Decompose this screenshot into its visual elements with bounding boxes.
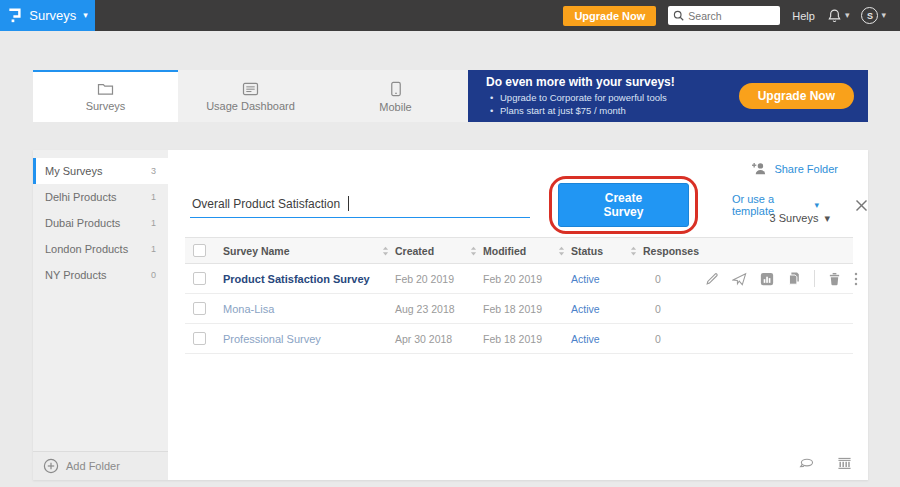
plus-circle-icon — [43, 458, 59, 474]
folder-count: 3 — [151, 166, 156, 176]
modified-cell: Feb 18 2019 — [483, 303, 571, 315]
responses-cell: 0 — [643, 333, 673, 345]
share-folder-icon — [751, 161, 768, 176]
tab-label: Usage Dashboard — [206, 100, 295, 112]
sidebar-item-delhi-products[interactable]: Delhi Products 1 — [33, 184, 168, 210]
sidebar-item-dubai-products[interactable]: Dubai Products 1 — [33, 210, 168, 236]
tab-surveys[interactable]: Surveys — [33, 70, 178, 122]
chevron-down-icon: ▾ — [881, 11, 886, 20]
brand-logo-icon — [7, 7, 22, 24]
row-checkbox[interactable] — [193, 302, 206, 315]
folder-label: NY Products — [45, 269, 107, 281]
folder-count: 1 — [151, 244, 156, 254]
surveys-pane: Share Folder Create Survey Or use a temp… — [168, 150, 868, 480]
top-bar: Surveys ▾ Upgrade Now Help ▾ S ▾ — [0, 0, 900, 31]
sidebar-item-london-products[interactable]: London Products 1 — [33, 236, 168, 262]
search-box[interactable] — [668, 6, 780, 25]
tab-usage-dashboard[interactable]: Usage Dashboard — [178, 70, 323, 122]
row-checkbox[interactable] — [193, 332, 206, 345]
brand-product-label: Surveys — [29, 8, 76, 23]
created-cell: Aug 23 2018 — [395, 303, 483, 315]
content-card: My Surveys 3 Delhi Products 1 Dubai Prod… — [33, 150, 868, 480]
promo-bullet: Plans start at just $75 / month — [486, 104, 739, 117]
sort-icon[interactable] — [630, 246, 637, 256]
table-row: Mona-Lisa Aug 23 2018 Feb 18 2019 Active… — [185, 294, 853, 324]
section-tabs: Surveys Usage Dashboard Mobile — [33, 70, 468, 122]
search-input[interactable] — [688, 10, 768, 22]
status-cell[interactable]: Active — [571, 273, 643, 285]
pane-footer-icons — [798, 456, 852, 470]
edit-icon[interactable] — [705, 272, 719, 286]
surveys-table: Survey Name Created Modified Status — [185, 237, 853, 354]
surveys-count-dropdown[interactable]: 3 Surveys ▾ — [770, 212, 830, 224]
copy-icon[interactable] — [787, 271, 801, 286]
add-folder-button[interactable]: Add Folder — [33, 451, 168, 480]
folder-label: London Products — [45, 243, 128, 255]
send-icon[interactable] — [732, 272, 747, 286]
column-header[interactable]: Created — [395, 245, 434, 257]
responses-cell: 0 — [643, 273, 673, 285]
notifications-icon — [827, 8, 842, 24]
chevron-down-icon: ▾ — [824, 213, 830, 224]
created-cell: Apr 30 2018 — [395, 333, 483, 345]
help-link[interactable]: Help — [792, 10, 815, 22]
account-menu[interactable]: S ▾ — [861, 7, 886, 24]
more-options-icon[interactable] — [854, 272, 858, 286]
responses-cell: 0 — [643, 303, 673, 315]
chevron-down-icon: ▾ — [845, 11, 850, 20]
folder-label: My Surveys — [45, 165, 102, 177]
restore-icon[interactable] — [798, 457, 815, 470]
banner-upgrade-button[interactable]: Upgrade Now — [739, 83, 854, 109]
select-all-checkbox[interactable] — [193, 244, 206, 257]
text-cursor — [348, 196, 349, 211]
created-cell: Feb 20 2019 — [395, 273, 483, 285]
survey-name-link[interactable]: Professional Survey — [223, 333, 395, 345]
avatar: S — [861, 7, 878, 24]
folder-icon — [97, 82, 114, 96]
surveys-count-label: 3 Surveys — [770, 212, 819, 224]
column-header[interactable]: Status — [571, 245, 603, 257]
add-folder-label: Add Folder — [66, 460, 120, 472]
create-survey-row: Create Survey Or use a template ▾ — [190, 183, 868, 227]
modified-cell: Feb 18 2019 — [483, 333, 571, 345]
archive-bank-icon[interactable] — [837, 456, 852, 470]
column-header[interactable]: Modified — [483, 245, 526, 257]
sort-icon[interactable] — [470, 246, 477, 256]
promo-text: Do even more with your surveys! Upgrade … — [486, 75, 739, 117]
chevron-down-icon: ▾ — [814, 201, 819, 210]
create-survey-button-wrap: Create Survey — [558, 183, 689, 227]
create-survey-button[interactable]: Create Survey — [558, 183, 689, 227]
status-cell[interactable]: Active — [571, 303, 643, 315]
divider — [814, 270, 815, 287]
promo-title: Do even more with your surveys! — [486, 75, 739, 89]
promo-banner: Do even more with your surveys! Upgrade … — [468, 70, 868, 122]
chevron-down-icon: ▾ — [83, 11, 88, 20]
share-folder-label: Share Folder — [774, 163, 838, 175]
sort-icon[interactable] — [382, 246, 389, 256]
survey-name-link[interactable]: Mona-Lisa — [223, 303, 395, 315]
sidebar-item-my-surveys[interactable]: My Surveys 3 — [33, 158, 168, 184]
folder-count: 0 — [151, 270, 156, 280]
column-header[interactable]: Survey Name — [223, 245, 290, 257]
brand-menu[interactable]: Surveys ▾ — [0, 0, 95, 31]
column-header[interactable]: Responses — [643, 245, 699, 257]
search-icon — [673, 10, 684, 21]
close-create-button[interactable] — [855, 199, 868, 212]
delete-icon[interactable] — [828, 272, 841, 286]
survey-name-input[interactable] — [190, 192, 530, 218]
status-cell[interactable]: Active — [571, 333, 643, 345]
modified-cell: Feb 20 2019 — [483, 273, 571, 285]
sort-icon[interactable] — [558, 246, 565, 256]
share-folder-button[interactable]: Share Folder — [751, 161, 838, 176]
survey-name-link[interactable]: Product Satisfaction Survey — [223, 273, 395, 285]
dashboard-icon — [242, 82, 259, 96]
row-checkbox[interactable] — [193, 272, 206, 285]
upgrade-now-button[interactable]: Upgrade Now — [563, 6, 656, 26]
tab-label: Mobile — [379, 101, 411, 113]
reports-icon[interactable] — [760, 272, 774, 286]
tab-mobile[interactable]: Mobile — [323, 70, 468, 122]
promo-bullet: Upgrade to Corporate for powerful tools — [486, 91, 739, 104]
sidebar-item-ny-products[interactable]: NY Products 0 — [33, 262, 168, 288]
smartphone-icon — [390, 81, 402, 97]
notifications-menu[interactable]: ▾ — [827, 8, 850, 24]
